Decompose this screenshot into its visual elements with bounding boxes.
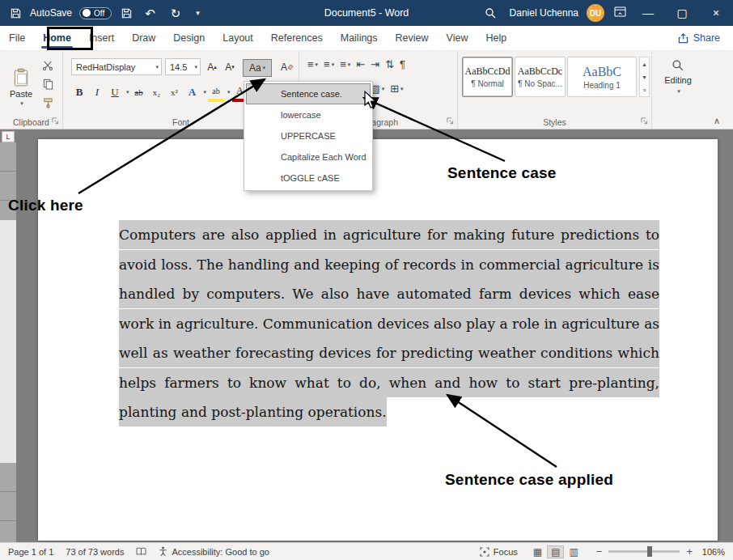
tab-draw[interactable]: Draw	[123, 26, 164, 50]
chevron-down-icon: ▾	[263, 65, 266, 71]
selected-text[interactable]: Computers are also applied in agricultur…	[119, 220, 659, 426]
styles-scroll-down-icon[interactable]: ▼	[640, 70, 649, 83]
menu-item-uppercase[interactable]: UPPERCASE	[246, 125, 371, 146]
page-indicator[interactable]: Page 1 of 1	[8, 547, 53, 557]
chevron-down-icon[interactable]: ▾	[126, 89, 129, 95]
tab-file[interactable]: File	[0, 26, 34, 50]
ribbon-display-options-icon[interactable]	[614, 6, 626, 20]
zoom-out-icon[interactable]: −	[594, 545, 605, 558]
close-button[interactable]: ×	[699, 0, 733, 26]
numbering-icon[interactable]: ≡▾	[324, 58, 334, 70]
change-case-button[interactable]: Aa ▾	[243, 59, 272, 77]
strikethrough-button[interactable]: ab	[131, 83, 147, 102]
word-count[interactable]: 73 of 73 words	[66, 547, 124, 557]
copy-icon[interactable]	[40, 78, 55, 91]
tab-layout[interactable]: Layout	[214, 26, 262, 50]
maximize-button[interactable]: ▢	[665, 0, 699, 26]
document-paragraph[interactable]: Computers are also applied in agricultur…	[119, 220, 659, 427]
text-effects-button[interactable]: A	[184, 83, 201, 102]
chevron-down-icon[interactable]: ▾	[155, 64, 159, 70]
share-button[interactable]: Share	[678, 32, 720, 44]
magnifier-icon	[672, 59, 684, 72]
tab-review[interactable]: Review	[387, 26, 438, 50]
autosave-toggle[interactable]: Off	[79, 7, 112, 19]
menu-item-capitalize-each-word[interactable]: Capitalize Each Word	[246, 146, 371, 168]
tab-view[interactable]: View	[438, 26, 477, 50]
tab-references[interactable]: References	[262, 26, 332, 50]
clipboard-dialog-launcher-icon[interactable]	[51, 117, 60, 125]
minimize-button[interactable]: —	[631, 0, 665, 26]
user-name[interactable]: Daniel Uchenna	[510, 7, 578, 19]
chevron-down-icon[interactable]: ▾	[227, 89, 231, 95]
zoom-slider[interactable]	[608, 550, 680, 553]
undo-icon[interactable]: ↶	[141, 6, 159, 21]
customize-qat-icon[interactable]: ▾	[192, 8, 204, 19]
avatar[interactable]: DU	[587, 4, 604, 22]
format-painter-icon[interactable]	[40, 96, 55, 109]
save-icon[interactable]	[119, 6, 133, 19]
styles-more-icon[interactable]: ≡	[640, 83, 649, 96]
menu-item-lowercase[interactable]: lowercase	[246, 104, 371, 125]
paste-button[interactable]: Paste ▾	[5, 57, 37, 118]
search-icon[interactable]	[484, 6, 498, 19]
superscript-button[interactable]: x²	[167, 83, 183, 102]
cut-icon[interactable]	[40, 59, 55, 72]
chevron-down-icon[interactable]: ▾	[194, 64, 197, 70]
chevron-down-icon: ▾	[677, 88, 680, 95]
borders-icon[interactable]: ⊞▾	[390, 83, 403, 95]
bold-button[interactable]: B	[71, 83, 87, 102]
bullets-icon[interactable]: ≡▾	[307, 58, 318, 70]
zoom-in-icon[interactable]: +	[684, 545, 695, 558]
font-size-combo[interactable]: 14.5 ▾	[165, 58, 201, 75]
share-icon	[678, 33, 689, 44]
tab-home[interactable]: Home	[34, 26, 80, 50]
paste-dropdown-icon[interactable]: ▾	[20, 100, 23, 107]
style-normal[interactable]: AaBbCcDd ¶ Normal	[462, 57, 513, 97]
title-bar: AutoSave Off ↶ ↻ ▾ Document5 - Word Dani…	[0, 0, 733, 26]
multilevel-list-icon[interactable]: ≡▾	[340, 58, 350, 70]
highlight-button[interactable]: ab	[208, 83, 224, 102]
tab-stop-selector[interactable]: L	[2, 131, 15, 142]
font-name-combo[interactable]: RedHatDisplay ▾	[71, 58, 162, 75]
shrink-font-button[interactable]: A	[222, 58, 238, 75]
clear-formatting-button[interactable]: A	[278, 58, 296, 75]
redo-icon[interactable]: ↻	[167, 6, 185, 21]
menu-item-sentence-case[interactable]: Sentence case.	[246, 83, 371, 104]
document-page[interactable]: Computers are also applied in agricultur…	[38, 139, 718, 541]
accessibility-status[interactable]: Accessibility: Good to go	[159, 546, 269, 557]
proofing-icon[interactable]	[136, 547, 146, 556]
styles-scroll-up-icon[interactable]: ▲	[640, 57, 649, 70]
app-save-icon[interactable]	[8, 6, 23, 19]
editing-button[interactable]: Editing ▾	[652, 59, 704, 95]
focus-button[interactable]: Focus	[480, 547, 518, 557]
zoom-level[interactable]: 106%	[699, 547, 725, 557]
tab-help[interactable]: Help	[477, 26, 515, 50]
increase-indent-icon[interactable]: ⇥	[371, 58, 379, 70]
subscript-button[interactable]: x₂	[149, 83, 165, 102]
styles-dialog-launcher-icon[interactable]	[640, 117, 649, 125]
autosave-label: AutoSave	[30, 7, 72, 19]
collapse-ribbon-icon[interactable]: ∧	[714, 116, 720, 126]
style-no-spacing[interactable]: AaBbCcDc ¶ No Spac...	[515, 57, 566, 97]
italic-button[interactable]: I	[89, 83, 105, 102]
autosave-state: Off	[94, 9, 104, 18]
tab-mailings[interactable]: Mailings	[332, 26, 387, 50]
menu-item-toggle-case[interactable]: tOGGLE cASE	[246, 168, 371, 189]
zoom-slider-thumb[interactable]	[647, 546, 652, 557]
style-heading1[interactable]: AaBbC Heading 1	[567, 57, 637, 97]
underline-button[interactable]: U	[107, 83, 123, 102]
ruler-page-band	[0, 220, 16, 463]
web-layout-icon[interactable]: ▥	[566, 546, 581, 558]
status-bar: Page 1 of 1 73 of 73 words Accessibility…	[0, 542, 733, 560]
paragraph-dialog-launcher-icon[interactable]	[446, 117, 455, 125]
accessibility-icon	[159, 546, 167, 557]
read-mode-icon[interactable]: ▦	[530, 546, 545, 558]
grow-font-button[interactable]: A	[204, 58, 220, 75]
tab-design[interactable]: Design	[164, 26, 214, 50]
decrease-indent-icon[interactable]: ⇤	[356, 58, 365, 70]
chevron-down-icon[interactable]: ▾	[204, 89, 207, 95]
tab-insert[interactable]: Insert	[80, 26, 123, 50]
show-paragraph-marks-icon[interactable]: ¶	[400, 58, 405, 70]
print-layout-icon[interactable]: ▤	[548, 546, 563, 558]
sort-icon[interactable]: ⇅	[385, 58, 394, 70]
